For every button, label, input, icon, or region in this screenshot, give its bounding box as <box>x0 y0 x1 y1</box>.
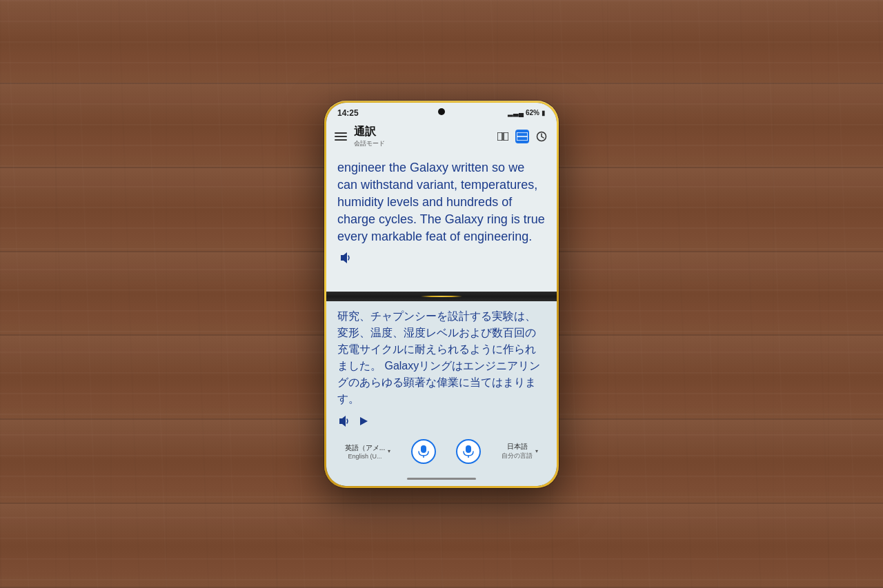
navigation-bar <box>326 472 557 486</box>
header-icons <box>496 130 548 143</box>
battery-icon: ▮ <box>542 109 546 116</box>
menu-button[interactable] <box>335 132 347 141</box>
english-audio-button[interactable] <box>337 250 354 266</box>
english-text: engineer the Galaxy written so we can wi… <box>337 159 546 246</box>
phone-inner: 14:25 ▂▃▄ 62% ▮ <box>326 103 557 486</box>
play-button[interactable] <box>357 414 370 428</box>
hamburger-line <box>335 132 347 134</box>
hamburger-line <box>335 139 347 141</box>
right-lang-main: 日本語 <box>502 442 533 452</box>
header-left: 通訳 会話モード <box>335 125 385 148</box>
right-lang-sub: 自分の言語 <box>502 452 533 460</box>
phone-frame: 14:25 ▂▃▄ 62% ▮ <box>324 101 559 488</box>
lower-screen: 研究、チャプンシーを設計する実験は、変形、温度、湿度レベルおよび数百回の充電サイ… <box>326 301 557 486</box>
app-title-group: 通訳 会話モード <box>354 125 385 148</box>
battery-text: 62% <box>526 109 539 116</box>
left-mic-button[interactable] <box>411 439 436 464</box>
japanese-audio-button[interactable] <box>337 414 351 428</box>
hinge-line <box>421 296 462 297</box>
right-mic-button[interactable] <box>456 439 481 464</box>
right-lang-chevron: ▾ <box>535 448 538 454</box>
audio-play-row <box>326 412 557 434</box>
conversation-mode-icon[interactable] <box>515 130 529 143</box>
svg-rect-10 <box>466 445 471 453</box>
app-header: 通訳 会話モード <box>326 121 557 154</box>
svg-marker-5 <box>341 252 347 263</box>
status-right-icons: ▂▃▄ 62% ▮ <box>508 109 546 116</box>
upper-screen: 14:25 ▂▃▄ 62% ▮ <box>326 103 557 292</box>
left-lang-chevron: ▾ <box>388 448 390 454</box>
right-lang-text: 日本語 自分の言語 <box>502 442 533 460</box>
phone-device: 14:25 ▂▃▄ 62% ▮ <box>317 101 566 488</box>
svg-rect-0 <box>497 132 502 141</box>
svg-rect-1 <box>504 132 508 141</box>
left-lang-main: 英語（アメ... <box>345 443 385 453</box>
split-view-icon[interactable] <box>496 130 510 143</box>
phone-hinge <box>326 292 557 301</box>
home-indicator <box>407 478 476 480</box>
japanese-translation-text: 研究、チャプンシーを設計する実験は、変形、温度、湿度レベルおよび数百回の充電サイ… <box>326 301 557 412</box>
app-title: 通訳 <box>354 125 385 139</box>
hamburger-line <box>335 136 347 137</box>
svg-rect-8 <box>421 445 426 453</box>
app-subtitle: 会話モード <box>354 139 385 148</box>
status-time: 14:25 <box>337 108 359 118</box>
right-language-selector[interactable]: 日本語 自分の言語 ▾ <box>502 442 538 460</box>
language-selector-bar: 英語（アメ... English (U... ▾ <box>326 434 557 472</box>
signal-icon: ▂▃▄ <box>508 109 524 116</box>
camera-dot <box>438 108 445 115</box>
left-lang-text: 英語（アメ... English (U... <box>345 443 385 460</box>
history-icon[interactable] <box>535 130 548 143</box>
status-bar: 14:25 ▂▃▄ 62% ▮ <box>326 103 557 121</box>
svg-marker-6 <box>339 416 346 427</box>
left-lang-sub: English (U... <box>345 453 385 460</box>
svg-marker-7 <box>360 417 368 425</box>
english-translation-content: engineer the Galaxy written so we can wi… <box>326 154 557 292</box>
left-language-selector[interactable]: 英語（アメ... English (U... ▾ <box>345 443 390 460</box>
